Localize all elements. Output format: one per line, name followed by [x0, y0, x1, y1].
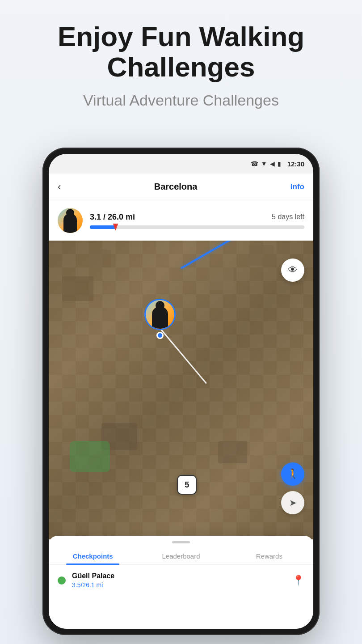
compass-button[interactable]: ➤ [281, 491, 304, 514]
avatar [58, 208, 83, 233]
building-block-2 [62, 276, 93, 301]
progress-info: 3.1 / 26.0 mi 5 days left [90, 212, 304, 229]
checkpoint-badge: 5 [177, 475, 197, 495]
map-avatar-marker [144, 299, 176, 339]
checkpoint-status-dot [58, 576, 66, 585]
building-block-3 [207, 267, 234, 290]
progress-card: 3.1 / 26.0 mi 5 days left [49, 200, 313, 241]
signal-icon: ◀ [270, 160, 275, 167]
tab-rewards[interactable]: Rewards [225, 548, 313, 564]
tabs: Checkpoints Leaderboard Rewards [49, 548, 313, 565]
bottom-panel: Checkpoints Leaderboard Rewards Güell Pa… [49, 536, 313, 629]
main-title: Enjoy Fun Walking Challenges [27, 21, 335, 82]
checkpoint-name: Güell Palace [72, 572, 286, 580]
tab-checkpoints[interactable]: Checkpoints [49, 548, 137, 564]
tab-leaderboard[interactable]: Leaderboard [137, 548, 225, 564]
eye-icon: 👁 [288, 264, 298, 276]
drag-handle [172, 541, 190, 543]
checkpoint-content: Güell Palace 3.5/26.1 mi [72, 572, 286, 589]
building-block-5 [249, 245, 274, 265]
progress-bar-container [90, 225, 304, 229]
checkpoint-distance: 3.5/26.1 mi [72, 581, 286, 589]
person-button[interactable]: 🚶 [281, 462, 304, 486]
sub-title: Virtual Adventure Challenges [27, 90, 335, 110]
progress-bar-fill [90, 225, 116, 229]
distance-row: 3.1 / 26.0 mi 5 days left [90, 212, 304, 222]
app-bar: ‹ Barcelona Info [49, 174, 313, 200]
compass-icon: ➤ [289, 497, 297, 508]
distance-text: 3.1 / 26.0 mi [90, 212, 135, 222]
info-button[interactable]: Info [290, 182, 304, 191]
days-left: 5 days left [272, 213, 304, 221]
location-pin-icon: 📍 [292, 575, 304, 586]
phone-frame: ☎ ▼ ◀ ▮ 12:30 ‹ Barcelona Info 3.1 / 26.… [42, 148, 320, 635]
checkpoint-item[interactable]: Güell Palace 3.5/26.1 mi 📍 [49, 565, 313, 596]
building-block-1 [88, 250, 111, 267]
status-icons: ☎ ▼ ◀ ▮ 12:30 [251, 160, 304, 168]
map-background: 👁 🚶 ➤ 5 [49, 241, 313, 539]
screen-title: Barcelona [154, 182, 198, 192]
status-bar: ☎ ▼ ◀ ▮ 12:30 [49, 154, 313, 174]
status-time: 12:30 [287, 160, 304, 168]
person-icon: 🚶 [287, 468, 299, 480]
checkpoint-badge-number: 5 [185, 480, 189, 490]
phone-icon: ☎ [251, 160, 258, 167]
map-avatar-outer [144, 299, 176, 330]
map-area[interactable]: 👁 🚶 ➤ 5 [49, 241, 313, 539]
wifi-icon: ▼ [261, 160, 267, 167]
header-section: Enjoy Fun Walking Challenges Virtual Adv… [0, 0, 362, 124]
park-area [70, 441, 110, 472]
back-button[interactable]: ‹ [58, 181, 61, 193]
phone-screen: ☎ ▼ ◀ ▮ 12:30 ‹ Barcelona Info 3.1 / 26.… [49, 154, 313, 629]
map-avatar-pin [156, 332, 164, 339]
eye-button[interactable]: 👁 [281, 258, 304, 282]
battery-icon: ▮ [278, 160, 281, 167]
avatar-silhouette [63, 213, 77, 233]
building-block-6 [218, 441, 247, 463]
